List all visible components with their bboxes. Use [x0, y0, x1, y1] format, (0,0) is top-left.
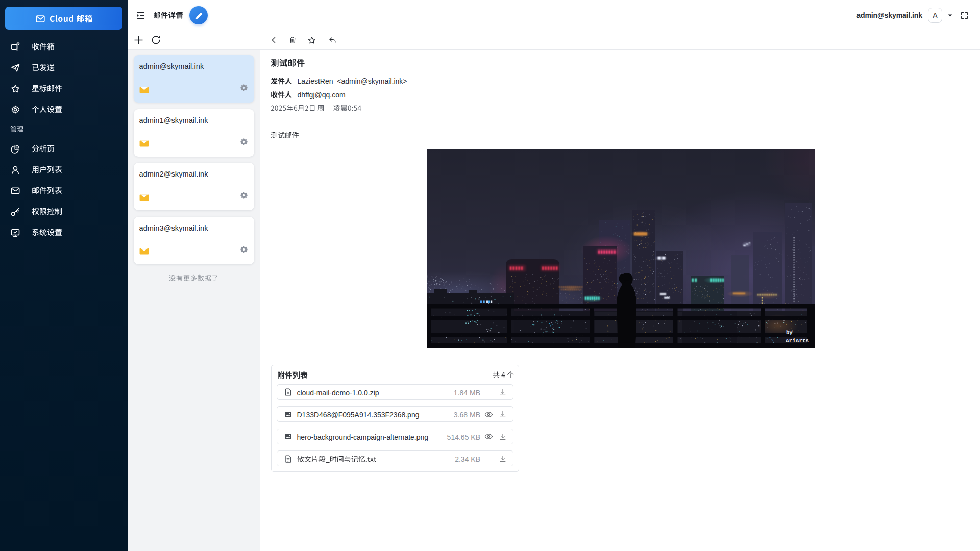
svg-text:by: by: [786, 330, 793, 336]
svg-text:AriArts: AriArts: [786, 338, 809, 344]
